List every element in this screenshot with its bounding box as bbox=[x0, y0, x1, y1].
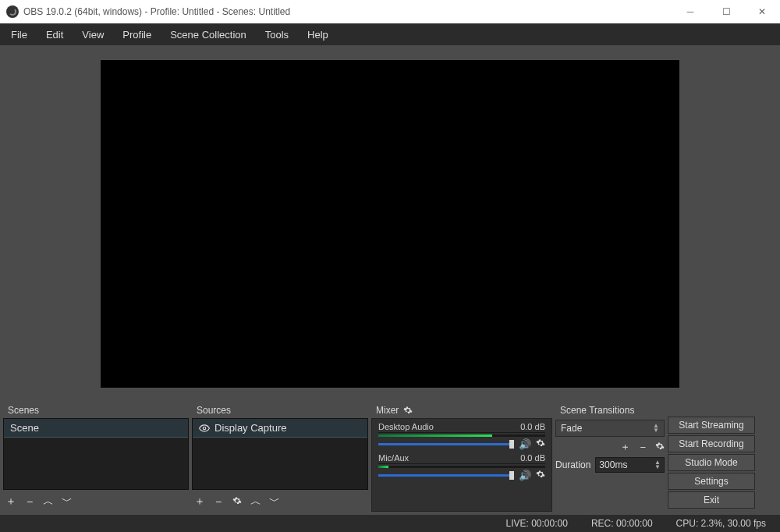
scene-item[interactable]: Scene bbox=[4, 419, 188, 437]
start-recording-button[interactable]: Start Recording bbox=[668, 435, 755, 452]
app-window: OBS 19.0.2 (64bit, windows) - Profile: U… bbox=[0, 0, 780, 532]
source-properties-button[interactable] bbox=[231, 495, 243, 508]
chevron-updown-icon: ▲▼ bbox=[653, 424, 659, 433]
channel-settings-button[interactable] bbox=[536, 438, 545, 450]
controls-dock: Start Streaming Start Recording Studio M… bbox=[668, 403, 755, 512]
menu-scene-collection[interactable]: Scene Collection bbox=[162, 26, 254, 44]
gear-icon bbox=[655, 442, 665, 451]
transition-select[interactable]: Fade ▲▼ bbox=[555, 420, 665, 437]
add-scene-button[interactable]: ＋ bbox=[5, 495, 17, 509]
status-rec: REC: 00:00:00 bbox=[591, 518, 653, 529]
studio-mode-button[interactable]: Studio Mode bbox=[668, 454, 755, 471]
add-source-button[interactable]: ＋ bbox=[193, 495, 206, 509]
exit-button[interactable]: Exit bbox=[668, 491, 755, 509]
remove-scene-button[interactable]: − bbox=[23, 495, 36, 508]
menu-edit[interactable]: Edit bbox=[38, 26, 71, 44]
minimize-button[interactable]: ─ bbox=[672, 0, 708, 23]
svg-point-0 bbox=[203, 427, 206, 430]
mute-button[interactable]: 🔊 bbox=[519, 438, 531, 450]
menu-tools[interactable]: Tools bbox=[257, 26, 296, 44]
channel-name: Desktop Audio bbox=[378, 422, 434, 431]
app-icon bbox=[6, 5, 19, 18]
menu-profile[interactable]: Profile bbox=[115, 26, 159, 44]
audio-meter bbox=[378, 434, 545, 437]
menu-file[interactable]: File bbox=[3, 26, 35, 44]
menu-view[interactable]: View bbox=[74, 26, 112, 44]
menubar: File Edit View Profile Scene Collection … bbox=[0, 23, 780, 45]
channel-name: Mic/Aux bbox=[378, 453, 409, 463]
preview-canvas[interactable] bbox=[101, 60, 679, 388]
audio-meter bbox=[378, 466, 545, 468]
scenes-dock: Scenes Scene ＋ − ︿ ﹀ bbox=[3, 403, 189, 512]
mixer-title-label: Mixer bbox=[376, 405, 399, 416]
duration-value: 300ms bbox=[599, 459, 627, 470]
gear-icon bbox=[536, 470, 545, 479]
scene-item-label: Scene bbox=[10, 422, 39, 434]
source-up-button[interactable]: ︿ bbox=[250, 495, 262, 509]
scene-down-button[interactable]: ﹀ bbox=[61, 495, 73, 509]
transitions-dock: Scene Transitions Fade ▲▼ ＋ − Durat bbox=[555, 403, 665, 512]
main-area: Scenes Scene ＋ − ︿ ﹀ Sources bbox=[0, 45, 780, 515]
transition-settings-button[interactable] bbox=[655, 442, 665, 453]
start-streaming-button[interactable]: Start Streaming bbox=[668, 417, 755, 434]
status-live: LIVE: 00:00:00 bbox=[505, 518, 567, 529]
maximize-button[interactable]: ☐ bbox=[708, 0, 744, 23]
sources-dock: Sources Display Capture ＋ − ︿ ﹀ bbox=[192, 403, 368, 512]
sources-toolbar: ＋ − ︿ ﹀ bbox=[192, 491, 368, 512]
channel-db: 0.0 dB bbox=[520, 453, 545, 463]
sources-title: Sources bbox=[192, 403, 368, 418]
duration-input[interactable]: 300ms ▲▼ bbox=[595, 457, 665, 473]
volume-slider[interactable] bbox=[378, 443, 514, 445]
duration-label: Duration bbox=[555, 459, 590, 470]
docks: Scenes Scene ＋ − ︿ ﹀ Sources bbox=[3, 403, 777, 512]
mixer-dock: Mixer Desktop Audio 0.0 dB 🔊 bbox=[371, 403, 552, 512]
source-item-label: Display Capture bbox=[214, 422, 287, 434]
window-title: OBS 19.0.2 (64bit, windows) - Profile: U… bbox=[23, 6, 672, 17]
scenes-title: Scenes bbox=[3, 403, 189, 418]
gear-icon bbox=[536, 438, 545, 448]
transitions-title: Scene Transitions bbox=[555, 403, 665, 418]
channel-settings-button[interactable] bbox=[536, 470, 545, 481]
status-cpu: CPU: 2.3%, 30.00 fps bbox=[676, 518, 766, 529]
scenes-list[interactable]: Scene bbox=[3, 418, 189, 490]
mixer-channel-mic: Mic/Aux 0.0 dB 🔊 bbox=[378, 453, 545, 481]
mixer-title: Mixer bbox=[371, 403, 552, 418]
spinner-arrows-icon[interactable]: ▲▼ bbox=[654, 460, 661, 470]
remove-transition-button[interactable]: − bbox=[640, 442, 646, 453]
scene-up-button[interactable]: ︿ bbox=[42, 495, 55, 509]
volume-slider[interactable] bbox=[378, 474, 514, 477]
window-controls: ─ ☐ ✕ bbox=[672, 0, 780, 23]
mixer-body: Desktop Audio 0.0 dB 🔊 bbox=[371, 418, 552, 512]
channel-db: 0.0 dB bbox=[520, 422, 545, 431]
statusbar: LIVE: 00:00:00 REC: 00:00:00 CPU: 2.3%, … bbox=[0, 515, 780, 532]
transition-selected: Fade bbox=[561, 423, 582, 434]
visibility-icon[interactable] bbox=[199, 423, 210, 434]
gear-icon bbox=[232, 496, 242, 505]
source-item[interactable]: Display Capture bbox=[193, 419, 367, 437]
menu-help[interactable]: Help bbox=[300, 26, 336, 44]
add-transition-button[interactable]: ＋ bbox=[620, 440, 630, 454]
remove-source-button[interactable]: − bbox=[212, 495, 225, 508]
preview-area bbox=[3, 48, 777, 399]
settings-button[interactable]: Settings bbox=[668, 473, 755, 490]
mute-button[interactable]: 🔊 bbox=[519, 470, 531, 481]
titlebar[interactable]: OBS 19.0.2 (64bit, windows) - Profile: U… bbox=[0, 0, 780, 23]
mixer-channel-desktop: Desktop Audio 0.0 dB 🔊 bbox=[378, 422, 545, 450]
source-down-button[interactable]: ﹀ bbox=[268, 495, 281, 509]
close-button[interactable]: ✕ bbox=[744, 0, 780, 23]
sources-list[interactable]: Display Capture bbox=[192, 418, 368, 490]
scenes-toolbar: ＋ − ︿ ﹀ bbox=[3, 491, 189, 512]
mixer-settings-icon[interactable] bbox=[403, 406, 413, 415]
